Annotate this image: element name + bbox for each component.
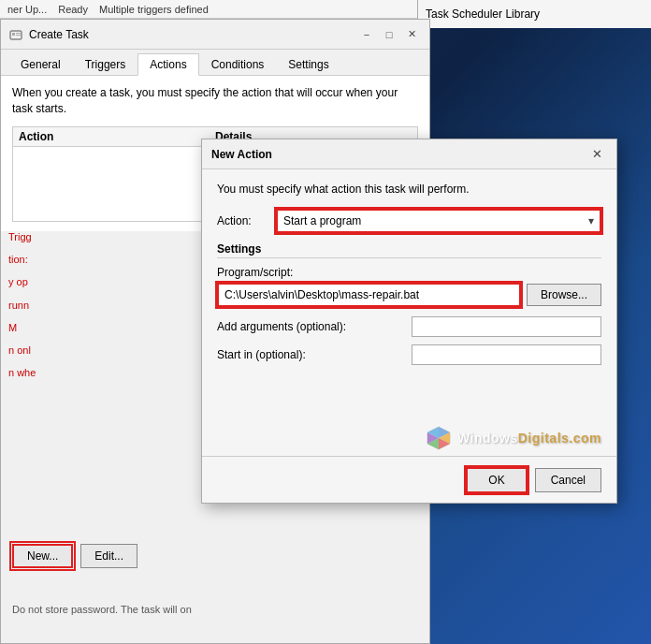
program-row: Browse...: [217, 283, 601, 307]
settings-section: Settings Program/script: Browse... Add a…: [217, 242, 601, 365]
maximize-button[interactable]: □: [379, 24, 399, 45]
create-task-title-left: Create Task: [8, 27, 89, 42]
action-select[interactable]: Start a programSend an e-mail (deprecate…: [276, 209, 601, 233]
watermark-logo-icon: [426, 425, 452, 451]
tsl-label: Task Scheduler Library: [417, 0, 651, 28]
side-label-m: M: [8, 316, 36, 339]
add-args-label: Add arguments (optional):: [217, 320, 404, 333]
close-button[interactable]: ✕: [401, 24, 422, 45]
col-action: Action: [19, 130, 215, 143]
side-label-trigg: Trigg: [8, 226, 36, 248]
tab-conditions[interactable]: Conditions: [199, 53, 277, 75]
action-row: Action: Start a programSend an e-mail (d…: [217, 209, 601, 233]
watermark-text: WindowsDigitals.com: [457, 431, 601, 446]
svg-rect-3: [16, 35, 21, 36]
start-in-row: Start in (optional):: [217, 344, 601, 365]
svg-rect-2: [16, 33, 21, 34]
program-input[interactable]: [217, 283, 521, 307]
side-label-runn: runn: [8, 294, 36, 316]
start-in-label: Start in (optional):: [217, 348, 404, 361]
actions-description: When you create a task, you must specify…: [12, 85, 418, 117]
status-item-1: ner Up...: [7, 4, 47, 15]
bottom-notes: Do not store password. The task will on: [12, 604, 192, 615]
tabs-bar: General Triggers Actions Conditions Sett…: [1, 50, 429, 76]
add-args-input[interactable]: [412, 316, 601, 337]
svg-rect-1: [12, 33, 15, 36]
add-args-row: Add arguments (optional):: [217, 316, 601, 337]
tsl-label-text: Task Scheduler Library: [426, 7, 540, 21]
tab-general[interactable]: General: [8, 53, 73, 75]
ok-button[interactable]: OK: [466, 467, 527, 493]
tab-settings[interactable]: Settings: [276, 53, 340, 75]
new-action-modal: New Action ✕ You must specify what actio…: [201, 139, 617, 504]
start-in-input[interactable]: [412, 344, 601, 365]
settings-label: Settings: [217, 242, 601, 258]
action-select-wrapper: Start a programSend an e-mail (deprecate…: [276, 209, 601, 233]
window-icon: [8, 27, 23, 42]
modal-titlebar: New Action ✕: [202, 139, 616, 169]
side-label-nonl: n onl: [8, 339, 36, 361]
modal-body: You must specify what action this task w…: [202, 169, 616, 382]
side-label-tion: tion:: [8, 248, 36, 271]
modal-close-button[interactable]: ✕: [586, 144, 607, 165]
new-button[interactable]: New...: [12, 544, 73, 568]
status-item-3: Multiple triggers defined: [99, 4, 209, 15]
modal-description: You must specify what action this task w…: [217, 183, 601, 196]
watermark: WindowsDigitals.com: [426, 425, 601, 451]
side-label-yop: y op: [8, 271, 36, 293]
modal-title: New Action: [211, 148, 272, 161]
side-label-nwhe: n whe: [8, 361, 36, 384]
action-buttons: New... Edit...: [12, 544, 137, 568]
create-task-titlebar: Create Task − □ ✕: [1, 20, 429, 50]
edit-button[interactable]: Edit...: [80, 544, 137, 568]
titlebar-controls: − □ ✕: [356, 24, 422, 45]
browse-button[interactable]: Browse...: [527, 284, 601, 306]
modal-footer: OK Cancel: [202, 456, 616, 503]
minimize-button[interactable]: −: [356, 24, 377, 45]
status-item-2: Ready: [58, 4, 88, 15]
create-task-title: Create Task: [29, 28, 89, 41]
side-content: Trigg tion: y op runn M n onl n whe: [8, 226, 36, 384]
program-label: Program/script:: [217, 266, 601, 279]
action-label: Action:: [217, 214, 268, 227]
tab-triggers[interactable]: Triggers: [73, 53, 138, 75]
tab-actions[interactable]: Actions: [137, 53, 198, 76]
cancel-button[interactable]: Cancel: [535, 468, 601, 492]
